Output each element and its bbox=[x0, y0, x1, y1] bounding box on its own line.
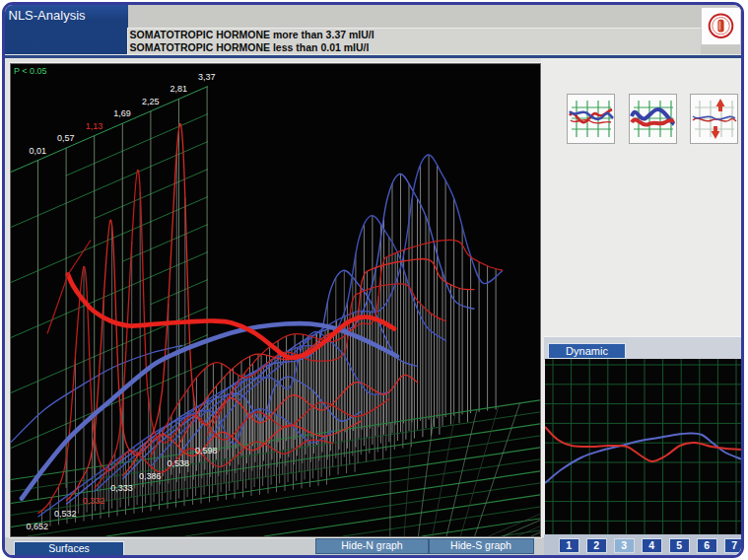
svg-text:0,598: 0,598 bbox=[195, 446, 218, 455]
svg-text:2,81: 2,81 bbox=[170, 84, 188, 94]
svg-text:1,69: 1,69 bbox=[113, 108, 131, 118]
svg-text:0,538: 0,538 bbox=[168, 458, 190, 468]
svg-text:0,386: 0,386 bbox=[139, 470, 162, 480]
svg-text:0,333: 0,333 bbox=[110, 483, 133, 493]
svg-text:0,01: 0,01 bbox=[30, 145, 47, 155]
svg-text:0,332: 0,332 bbox=[83, 496, 105, 506]
svg-text:1,13: 1,13 bbox=[86, 120, 103, 130]
svg-text:0,532: 0,532 bbox=[54, 508, 77, 518]
svg-text:2,25: 2,25 bbox=[142, 96, 160, 105]
svg-text:P < 0.05: P < 0.05 bbox=[14, 66, 47, 76]
svg-text:0,57: 0,57 bbox=[57, 133, 75, 143]
svg-text:0,652: 0,652 bbox=[27, 521, 49, 530]
svg-text:3,37: 3,37 bbox=[198, 71, 216, 81]
